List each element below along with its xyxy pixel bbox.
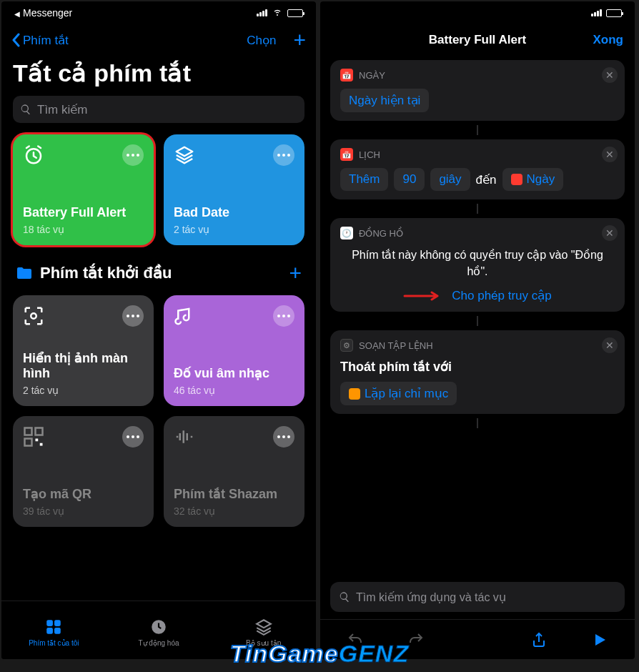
svg-rect-8 (54, 620, 61, 626)
script-icon: ⚙ (340, 339, 353, 352)
calendar-icon: 📅 (340, 148, 353, 161)
param-date[interactable]: Ngày (502, 168, 564, 191)
delete-action-button[interactable]: ✕ (602, 337, 618, 353)
page-title: Tất cả phím tắt (1, 56, 316, 96)
qr-icon (23, 426, 44, 448)
connector (477, 418, 478, 428)
signal-icon (257, 9, 267, 16)
action-search-field[interactable]: Tìm kiếm ứng dụng và tác vụ (330, 582, 625, 612)
search-icon (20, 104, 31, 115)
more-button[interactable] (273, 144, 294, 166)
alarm-icon (23, 144, 44, 166)
allow-access-button[interactable]: Cho phép truy cập (452, 288, 551, 303)
shortcut-tile-battery-full-alert[interactable]: Battery Full Alert 18 tác vụ (13, 134, 154, 245)
shortcuts-app: ◀Messenger Phím tắt Chọn + Tất cả phím t… (1, 1, 316, 659)
battery-icon (606, 9, 622, 17)
action-card-script[interactable]: ⚙SOẠN TẬP LỆNH ✕ Thoát phím tắt với Lặp … (330, 330, 625, 414)
connector (477, 204, 478, 214)
search-icon (339, 591, 350, 603)
action-card-date[interactable]: 📅NGÀY ✕ Ngày hiện tại (330, 60, 625, 121)
music-icon (174, 305, 195, 327)
battery-icon (287, 9, 303, 17)
svg-rect-2 (25, 428, 32, 435)
back-button[interactable]: Phím tắt (11, 33, 69, 48)
select-button[interactable]: Chọn (247, 33, 276, 48)
nav-bar: Phím tắt Chọn + (1, 24, 316, 56)
variable-repeat-index[interactable]: Lặp lại chỉ mục (340, 382, 457, 405)
delete-action-button[interactable]: ✕ (602, 225, 618, 241)
more-button[interactable] (273, 426, 294, 448)
shortcut-tile-shazam[interactable]: Phím tắt Shazam 32 tác vụ (164, 416, 304, 527)
permission-message: Phím tắt này không có quyền truy cập vào… (340, 239, 615, 284)
svg-rect-4 (25, 439, 32, 446)
calendar-icon: 📅 (340, 69, 353, 81)
redo-icon (407, 631, 425, 648)
more-button[interactable] (122, 144, 144, 166)
search-field[interactable]: Tìm kiếm (13, 96, 304, 123)
back-to-app[interactable]: Messenger (23, 7, 72, 19)
delete-action-button[interactable]: ✕ (602, 67, 618, 83)
signal-icon (591, 9, 602, 16)
svg-rect-9 (47, 628, 54, 634)
more-button[interactable] (273, 305, 294, 327)
run-button[interactable] (569, 631, 630, 648)
more-button[interactable] (122, 305, 144, 327)
param-value[interactable]: 90 (394, 168, 425, 191)
folder-icon (16, 266, 33, 280)
connector (477, 125, 478, 135)
status-bar: ◀Messenger (1, 1, 316, 24)
more-button[interactable] (122, 426, 144, 448)
action-card-calendar[interactable]: 📅LỊCH ✕ Thêm 90 giây đến Ngày (330, 139, 625, 199)
play-icon (591, 631, 608, 648)
waveform-icon (174, 426, 195, 448)
done-button[interactable]: Xong (593, 33, 624, 47)
wifi-icon (272, 8, 283, 19)
chevron-left-icon (11, 33, 20, 47)
svg-rect-7 (47, 620, 54, 626)
section-header-starter[interactable]: Phím tắt khởi đầu + (1, 245, 316, 295)
svg-point-1 (31, 313, 36, 319)
svg-rect-3 (36, 428, 43, 435)
tab-automation[interactable]: Tự động hóa (106, 601, 212, 659)
param-add[interactable]: Thêm (340, 168, 388, 191)
camera-icon (23, 305, 44, 327)
shortcut-tile-qr[interactable]: Tạo mã QR 39 tác vụ (13, 416, 154, 527)
param-unit[interactable]: giây (430, 168, 470, 191)
clock-icon (149, 618, 168, 636)
shortcut-tile-screenshot[interactable]: Hiển thị ảnh màn hình 2 tác vụ (13, 295, 154, 406)
clock-app-icon: 🕐 (340, 227, 353, 239)
grid-icon (44, 618, 63, 636)
add-shortcut-button[interactable]: + (293, 29, 306, 51)
delete-action-button[interactable]: ✕ (602, 147, 618, 162)
editor-title: Battery Full Alert (429, 33, 526, 47)
tab-my-shortcuts[interactable]: Phím tắt của tôi (1, 601, 106, 659)
shortcut-tile-music-quiz[interactable]: Đố vui âm nhạc 46 tác vụ (164, 295, 304, 406)
layers-icon (174, 144, 195, 166)
add-to-section-button[interactable]: + (289, 261, 302, 285)
shortcut-tile-bad-date[interactable]: Bad Date 2 tác vụ (164, 134, 304, 245)
svg-rect-5 (36, 439, 39, 442)
shortcut-editor: Battery Full Alert Xong 📅NGÀY ✕ Ngày hiệ… (320, 1, 635, 659)
variable-current-date[interactable]: Ngày hiện tại (340, 89, 429, 112)
svg-rect-10 (54, 628, 61, 634)
action-card-clock[interactable]: 🕐ĐỒNG HỒ ✕ Phím tắt này không có quyền t… (330, 218, 625, 312)
share-button[interactable] (508, 631, 570, 648)
watermark: TinGameGENZ (230, 640, 409, 668)
stack-icon (254, 618, 273, 636)
connector (477, 316, 478, 326)
share-icon (530, 631, 548, 648)
editor-nav: Battery Full Alert Xong (320, 24, 635, 56)
svg-rect-6 (40, 443, 43, 446)
arrow-icon (403, 291, 443, 301)
status-bar (320, 1, 635, 24)
